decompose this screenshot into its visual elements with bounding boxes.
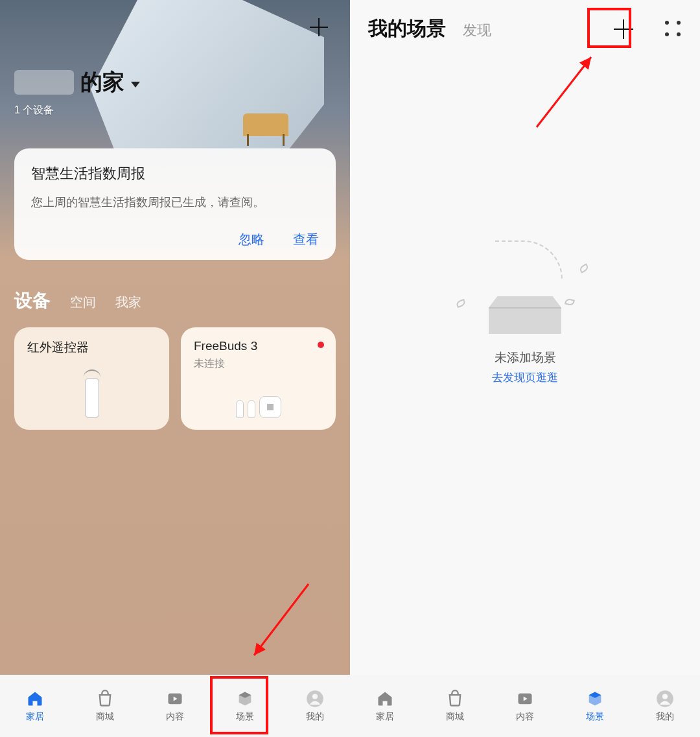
bottom-navbar: 家居 商城 内容 场景 我的 bbox=[0, 675, 350, 737]
nav-label: 内容 bbox=[166, 711, 184, 723]
nav-profile[interactable]: 我的 bbox=[639, 689, 691, 723]
nav-label: 场景 bbox=[586, 711, 604, 723]
device-card-ir-remote[interactable]: 红外遥控器 bbox=[14, 327, 169, 430]
nav-label: 家居 bbox=[26, 711, 44, 723]
device-status-text: 未连接 bbox=[194, 357, 323, 371]
status-dot-icon bbox=[318, 342, 324, 348]
nav-shop[interactable]: 商城 bbox=[429, 689, 481, 723]
empty-title: 未添加场景 bbox=[495, 349, 556, 366]
dot-icon bbox=[677, 32, 681, 36]
home-icon bbox=[375, 689, 395, 708]
svg-point-10 bbox=[662, 694, 668, 699]
bottom-navbar: 家居 商城 内容 场景 我的 bbox=[350, 675, 700, 737]
home-icon bbox=[25, 689, 45, 708]
nav-content[interactable]: 内容 bbox=[499, 689, 551, 723]
ir-remote-icon bbox=[85, 378, 99, 418]
dot-icon bbox=[665, 32, 669, 36]
scenes-header: 我的场景 发现 bbox=[350, 0, 700, 42]
nav-profile[interactable]: 我的 bbox=[289, 689, 341, 723]
home-selector[interactable]: 的家 bbox=[14, 67, 336, 97]
empty-state: 未添加场景 去发现页逛逛 bbox=[350, 42, 700, 675]
nav-content[interactable]: 内容 bbox=[149, 689, 201, 723]
ignore-button[interactable]: 忽略 bbox=[239, 231, 264, 248]
tab-discover[interactable]: 发现 bbox=[463, 21, 491, 40]
svg-point-4 bbox=[312, 694, 318, 699]
nav-label: 我的 bbox=[656, 711, 674, 723]
tab-my-scenes[interactable]: 我的场景 bbox=[368, 16, 446, 42]
earbuds-icon bbox=[236, 396, 281, 418]
nav-home[interactable]: 家居 bbox=[9, 689, 61, 723]
device-card-freebuds[interactable]: FreeBuds 3 未连接 bbox=[181, 327, 336, 430]
nav-label: 家居 bbox=[376, 711, 394, 723]
view-button[interactable]: 查看 bbox=[293, 231, 319, 248]
add-scene-button[interactable] bbox=[612, 18, 635, 41]
person-icon bbox=[305, 689, 325, 708]
home-name-redacted bbox=[14, 70, 74, 95]
tab-space[interactable]: 空间 bbox=[70, 294, 96, 311]
dot-icon bbox=[665, 21, 669, 25]
cube-icon bbox=[585, 689, 605, 708]
nav-label: 商城 bbox=[96, 711, 114, 723]
discover-link[interactable]: 去发现页逛逛 bbox=[492, 370, 558, 385]
chevron-down-icon bbox=[131, 82, 140, 88]
tab-devices[interactable]: 设备 bbox=[14, 288, 51, 313]
home-title-suffix: 的家 bbox=[80, 67, 124, 97]
nav-label: 商城 bbox=[446, 711, 464, 723]
play-icon bbox=[165, 689, 185, 708]
device-name: FreeBuds 3 bbox=[194, 339, 323, 353]
nav-scene[interactable]: 场景 bbox=[569, 689, 621, 723]
report-title: 智慧生活指数周报 bbox=[31, 164, 319, 183]
nav-label: 场景 bbox=[236, 711, 254, 723]
nav-home[interactable]: 家居 bbox=[359, 689, 411, 723]
report-description: 您上周的智慧生活指数周报已生成，请查阅。 bbox=[31, 194, 319, 211]
grid-menu-button[interactable] bbox=[665, 21, 682, 38]
home-content: 的家 1 个设备 智慧生活指数周报 您上周的智慧生活指数周报已生成，请查阅。 忽… bbox=[0, 0, 350, 675]
nav-label: 我的 bbox=[306, 711, 324, 723]
scenes-screen: 我的场景 发现 未添加场景 去发现页逛逛 家居 商城 内容 bbox=[350, 0, 700, 737]
device-count: 1 个设备 bbox=[14, 104, 336, 117]
shop-icon bbox=[95, 689, 115, 708]
add-device-button[interactable] bbox=[307, 16, 331, 39]
empty-illustration bbox=[480, 263, 570, 334]
shop-icon bbox=[445, 689, 465, 708]
weekly-report-card[interactable]: 智慧生活指数周报 您上周的智慧生活指数周报已生成，请查阅。 忽略 查看 bbox=[14, 148, 336, 260]
tab-my-home[interactable]: 我家 bbox=[115, 294, 141, 311]
device-name: 红外遥控器 bbox=[27, 339, 156, 356]
device-grid: 红外遥控器 FreeBuds 3 未连接 bbox=[14, 327, 336, 430]
play-icon bbox=[515, 689, 535, 708]
section-tabs: 设备 空间 我家 bbox=[14, 288, 336, 313]
nav-shop[interactable]: 商城 bbox=[79, 689, 131, 723]
nav-label: 内容 bbox=[516, 711, 534, 723]
person-icon bbox=[655, 689, 675, 708]
home-screen: 的家 1 个设备 智慧生活指数周报 您上周的智慧生活指数周报已生成，请查阅。 忽… bbox=[0, 0, 350, 737]
cube-icon bbox=[235, 689, 255, 708]
nav-scene[interactable]: 场景 bbox=[219, 689, 271, 723]
dot-icon bbox=[677, 21, 681, 25]
